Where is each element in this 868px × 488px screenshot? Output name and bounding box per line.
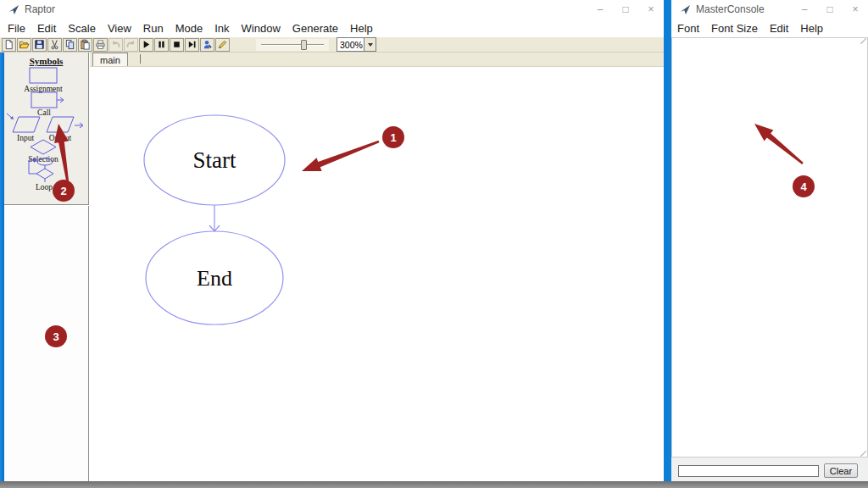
- raptor-close-icon[interactable]: ×: [638, 0, 664, 19]
- pen-icon: [217, 39, 228, 50]
- redo-button[interactable]: [124, 38, 138, 52]
- console-menubar: Font Font Size Edit Help: [671, 19, 868, 37]
- paste-icon: [80, 39, 91, 50]
- menu-help[interactable]: Help: [344, 22, 379, 35]
- menu-run[interactable]: Run: [137, 22, 170, 35]
- screen-bottom-edge: [0, 481, 868, 488]
- canvas-region: main Start End: [90, 53, 664, 481]
- end-node[interactable]: End: [146, 231, 283, 324]
- menu-console-edit[interactable]: Edit: [764, 22, 794, 35]
- symbol-output-label: Output: [49, 134, 72, 142]
- new-icon: [3, 39, 14, 50]
- menu-edit[interactable]: Edit: [31, 22, 62, 35]
- tab-main[interactable]: main: [92, 53, 128, 66]
- comment-button[interactable]: [200, 38, 214, 52]
- stop-button[interactable]: [170, 38, 184, 52]
- chevron-down-icon: [368, 43, 373, 47]
- resize-grip-icon: [860, 38, 866, 44]
- symbol-call[interactable]: Call: [31, 92, 64, 117]
- raptor-toolbar: 300%: [0, 37, 664, 53]
- menu-ink[interactable]: Ink: [209, 22, 235, 35]
- start-node-label: Start: [193, 147, 236, 173]
- masterconsole-window: MasterConsole – □ × Font Font Size Edit …: [671, 0, 868, 481]
- menu-console-help[interactable]: Help: [794, 22, 829, 35]
- symbols-heading: Symbols: [4, 56, 88, 66]
- console-close-icon[interactable]: ×: [843, 0, 868, 19]
- raptor-titlebar[interactable]: Raptor – □ ×: [0, 0, 664, 19]
- save-button[interactable]: [32, 38, 47, 52]
- play-button[interactable]: [139, 38, 153, 52]
- zoom-slider[interactable]: [256, 39, 329, 51]
- copy-button[interactable]: [63, 38, 77, 52]
- stop-icon: [171, 39, 182, 50]
- console-output-area[interactable]: [671, 37, 868, 458]
- menu-window[interactable]: Window: [236, 22, 287, 35]
- step-icon: [186, 39, 198, 50]
- raptor-logo-icon: [8, 4, 19, 15]
- print-icon: [95, 39, 106, 50]
- console-minimize-icon[interactable]: –: [792, 0, 817, 19]
- zoom-dropdown-button[interactable]: [364, 38, 376, 51]
- open-icon: [19, 39, 30, 50]
- print-button[interactable]: [93, 38, 108, 52]
- menu-mode[interactable]: Mode: [170, 22, 209, 35]
- paste-button[interactable]: [78, 38, 92, 52]
- step-button[interactable]: [185, 38, 199, 52]
- symbol-call-label: Call: [37, 108, 51, 117]
- watch-panel: [4, 206, 89, 481]
- open-button[interactable]: [17, 38, 31, 52]
- console-input-bar: Clear: [671, 458, 868, 481]
- menu-file[interactable]: File: [2, 22, 31, 35]
- menu-font-size[interactable]: Font Size: [705, 22, 764, 35]
- pen-button[interactable]: [215, 38, 230, 52]
- symbols-panel: Symbols Assignment Call: [4, 53, 89, 205]
- pause-icon: [156, 39, 167, 50]
- symbol-input-label: Input: [17, 134, 34, 142]
- zoom-slider-handle[interactable]: [301, 40, 307, 50]
- tabstrip: main: [90, 53, 664, 67]
- symbol-loop-label: Loop: [36, 183, 53, 191]
- menu-view[interactable]: View: [102, 22, 137, 35]
- console-window-title: MasterConsole: [696, 3, 765, 15]
- resize-grip-icon: [860, 451, 866, 457]
- cut-button[interactable]: [47, 38, 62, 52]
- end-node-label: End: [197, 266, 232, 291]
- menu-scale[interactable]: Scale: [62, 22, 102, 35]
- symbol-assignment[interactable]: Assignment: [24, 68, 63, 93]
- symbol-input[interactable]: Input: [7, 114, 40, 142]
- save-icon: [34, 39, 45, 50]
- flowchart-canvas[interactable]: Start End: [90, 67, 664, 481]
- masterconsole-logo-icon: [680, 4, 691, 15]
- zoom-dropdown[interactable]: 300%: [337, 37, 376, 52]
- raptor-maximize-icon[interactable]: □: [613, 0, 638, 19]
- menu-font[interactable]: Font: [671, 22, 705, 35]
- zoom-value: 300%: [337, 38, 364, 51]
- console-maximize-icon[interactable]: □: [817, 0, 843, 19]
- undo-icon: [110, 39, 121, 50]
- comment-icon: [202, 39, 213, 50]
- raptor-minimize-icon[interactable]: –: [587, 0, 613, 19]
- pause-button[interactable]: [154, 38, 169, 52]
- play-icon: [141, 39, 152, 50]
- menu-generate[interactable]: Generate: [287, 22, 344, 35]
- console-titlebar[interactable]: MasterConsole – □ ×: [671, 0, 868, 19]
- tab-divider: [140, 54, 141, 64]
- raptor-window: Raptor – □ × File Edit Scale View Run Mo…: [0, 0, 664, 481]
- redo-icon: [125, 39, 136, 50]
- symbol-selection-label: Selection: [28, 155, 58, 164]
- console-input[interactable]: [678, 465, 819, 477]
- raptor-menubar: File Edit Scale View Run Mode Ink Window…: [0, 19, 664, 37]
- desktop: Raptor – □ × File Edit Scale View Run Mo…: [0, 0, 868, 488]
- start-node[interactable]: Start: [144, 115, 285, 205]
- raptor-window-title: Raptor: [25, 3, 55, 15]
- zoom-slider-track: [261, 44, 324, 46]
- flow-connector: [209, 205, 220, 231]
- cut-icon: [49, 39, 60, 50]
- clear-button[interactable]: Clear: [824, 463, 858, 478]
- copy-icon: [64, 39, 75, 50]
- undo-button[interactable]: [108, 38, 123, 52]
- new-button[interactable]: [2, 38, 16, 52]
- symbol-output[interactable]: Output: [47, 117, 83, 142]
